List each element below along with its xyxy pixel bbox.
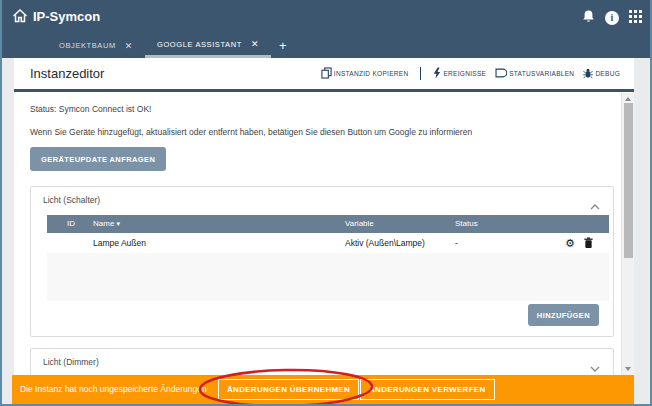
section-licht-schalter: Licht (Schalter) ID Name ▾ Variable Stat… [30,186,614,337]
device-name: Lampe Außen [93,233,146,253]
tabbar: OBJEKTBAUM ✕ GOOGLE ASSISTANT ✕ + [2,33,652,58]
close-tab-icon[interactable]: ✕ [251,39,259,49]
vertical-scrollbar[interactable] [621,93,634,375]
add-device-button[interactable]: HINZUFÜGEN [528,304,599,326]
device-table: ID Name ▾ Variable Status Lampe Außen Ak… [47,215,609,301]
home-icon[interactable] [12,8,28,28]
tab-objektbaum[interactable]: OBJEKTBAUM ✕ [47,33,145,58]
chevron-up-icon[interactable] [590,196,600,214]
topbar: IP-Symcon i [2,0,652,33]
app-title: IP-Symcon [33,0,100,33]
statusvariable-tag-icon [495,68,507,79]
info-icon[interactable]: i [605,11,619,25]
unsaved-changes-bar: Die Instanz hat noch ungespeicherte Ände… [12,375,634,404]
bug-icon [583,68,593,80]
section-title: Licht (Schalter) [43,195,100,205]
table-empty-area [47,253,609,301]
apply-changes-button[interactable]: ÄNDERUNGEN ÜBERNEHMEN [218,379,359,400]
tab-google-assistant[interactable]: GOOGLE ASSISTANT ✕ [145,33,271,58]
copy-icon [321,67,332,80]
table-header-row: ID Name ▾ Variable Status [47,215,609,233]
new-tab-button[interactable]: + [271,33,295,58]
scrollbar-thumb[interactable] [624,103,633,258]
col-variable: Variable [345,215,374,233]
close-tab-icon[interactable]: ✕ [125,41,133,51]
scroll-up-arrow-icon[interactable] [625,97,631,101]
panel-divider [14,89,634,92]
discard-changes-button[interactable]: ÄNDERUNGEN VERWERFEN [360,379,495,400]
status-variables-button[interactable]: STATUSVARIABLEN [495,68,574,79]
page-title: Instanzeditor [30,58,104,89]
events-button[interactable]: EREIGNISSE [433,67,486,80]
scroll-down-arrow-icon[interactable] [625,367,631,371]
gear-icon[interactable]: ⚙ [565,233,575,253]
debug-button[interactable]: DEBUG [583,68,620,80]
connect-status-text: Status: Symcon Connect ist OK! [30,104,151,114]
ip-symcon-console: IP-Symcon i OBJEKTBAUM ✕ GOOGLE ASSISTAN… [0,0,652,406]
bell-icon[interactable] [582,9,595,27]
col-name-sortable[interactable]: Name ▾ [93,215,120,233]
table-row: Lampe Außen Aktiv (Außen\Lampe) - ⚙ [47,233,609,253]
update-hint-text: Wenn Sie Geräte hinzugefügt, aktualisier… [30,127,472,137]
sort-desc-icon: ▾ [117,220,121,227]
lightning-icon [433,67,441,80]
toolbar-separator [420,67,421,80]
unsaved-changes-message: Die Instanz hat noch ungespeicherte Ände… [20,375,207,404]
col-id: ID [67,215,75,233]
col-status: Status [455,215,478,233]
topbar-icons: i [582,9,642,27]
device-status: - [455,233,458,253]
device-update-button[interactable]: GERÄTEUPDATE ANFRAGEN [30,147,166,171]
section-title: Licht (Dimmer) [43,357,99,367]
copy-instance-id-button[interactable]: INSTANZID KOPIEREN [321,67,409,80]
chevron-down-icon[interactable] [590,358,600,376]
device-variable: Aktiv (Außen\Lampe) [345,233,425,253]
editor-toolbar: INSTANZID KOPIEREN EREIGNISSE STATUSVARI… [321,58,620,89]
trash-icon[interactable] [584,237,593,251]
apps-grid-icon[interactable] [629,9,642,27]
